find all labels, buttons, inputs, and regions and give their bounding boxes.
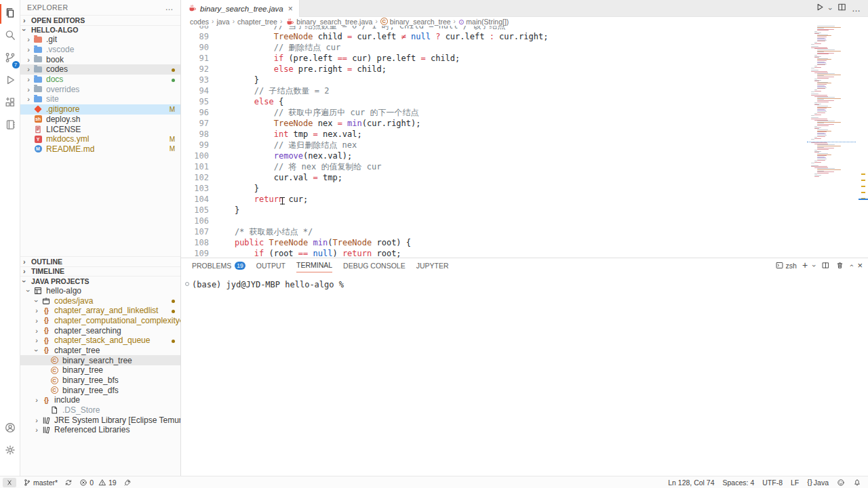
maximize-panel-icon[interactable]: › <box>850 262 852 270</box>
kill-terminal-icon[interactable] <box>835 261 844 270</box>
activitybar-account[interactable] <box>0 418 20 440</box>
split-editor-icon[interactable] <box>837 2 847 15</box>
status-encoding[interactable]: UTF-8 <box>762 479 783 487</box>
code-line-92: 92 else pre.right = child; <box>181 64 548 75</box>
tree-item-.gitignore[interactable]: .gitignoreM <box>20 104 180 115</box>
tree-item-binary_search_tree[interactable]: Cbinary_search_tree <box>20 355 180 365</box>
more-actions-icon[interactable]: … <box>852 2 861 14</box>
tree-item-chapter_tree[interactable]: ›{}chapter_tree <box>20 346 180 356</box>
activitybar-source-control[interactable]: 7 <box>0 47 20 70</box>
tree-item-binary_tree_dfs[interactable]: Cbinary_tree_dfs <box>20 385 180 395</box>
run-icon[interactable] <box>814 2 825 15</box>
status-sync[interactable] <box>64 479 73 487</box>
vscode-window: 7 EXPLORER … › OPEN EDITORS › HELLO-ALGO… <box>0 0 868 488</box>
tree-item-hello-algo[interactable]: ›hello-algo <box>20 286 180 296</box>
terminal-dropdown-icon[interactable]: › <box>813 262 816 270</box>
git-status-badge: M <box>170 106 175 113</box>
close-tab-icon[interactable]: × <box>288 4 293 14</box>
tree-item-.git[interactable]: ›.git <box>20 35 180 45</box>
chevron-right-icon: › <box>23 267 26 275</box>
tree-item-readme.md[interactable]: MREADME.mdM <box>20 144 180 155</box>
status-indentation[interactable]: Spaces: 4 <box>723 479 755 487</box>
tree-item-jresystemlibraryeclipsetemurin1717....[interactable]: ›JRE System Library [Eclipse Temurin 17 … <box>20 415 180 425</box>
line-number: 104 <box>181 194 209 205</box>
tree-item-codesjava[interactable]: ›codes/java <box>20 296 180 306</box>
terminal-shell[interactable]: zsh <box>775 261 797 270</box>
tree-item-referencedlibraries[interactable]: ›Referenced Libraries <box>20 425 180 435</box>
status-java-lightweight-mode[interactable] <box>123 479 132 487</box>
tree-item-.ds_store[interactable]: .DS_Store <box>20 405 180 415</box>
activitybar-settings[interactable] <box>0 440 20 462</box>
open-editors-header[interactable]: › OPEN EDITORS <box>20 15 180 25</box>
code-text: // 递归删除结点 nex <box>209 140 357 150</box>
panel-tab-output[interactable]: OUTPUT <box>256 258 285 272</box>
tree-item-chapter_stack_and_queue[interactable]: ›{}chapter_stack_and_queue <box>20 336 180 346</box>
tree-item-mkdocs.yml[interactable]: Ymkdocs.ymlM <box>20 134 180 144</box>
breadcrumb-item[interactable]: codes <box>190 18 209 26</box>
panel-tab-terminal[interactable]: TERMINAL <box>296 258 332 272</box>
split-terminal-icon[interactable] <box>821 261 830 270</box>
code-text: // 获取中序遍历中 cur 的下一个结点 <box>209 107 419 118</box>
error-icon <box>79 479 87 487</box>
breadcrumb-item[interactable]: chapter_tree <box>237 18 277 26</box>
line-number: 95 <box>181 96 209 107</box>
status-feedback[interactable] <box>837 479 845 487</box>
tree-item-license[interactable]: LICENSE <box>20 124 180 134</box>
breadcrumb-item[interactable]: ⊙main(String[]) <box>458 18 509 26</box>
activitybar-search[interactable] <box>0 25 20 47</box>
tree-item-chapter_searching[interactable]: ›{}chapter_searching <box>20 325 180 336</box>
status-label: 0 <box>90 479 94 487</box>
activitybar-explorer[interactable] <box>0 3 20 25</box>
tree-item-site[interactable]: ›site <box>20 94 180 104</box>
panel-tab-label: DEBUG CONSOLE <box>343 262 406 270</box>
activitybar-extensions[interactable] <box>0 92 20 115</box>
breadcrumb-item[interactable]: binary_search_tree.java <box>285 17 372 26</box>
root-folder-header[interactable]: › HELLO-ALGO <box>20 25 180 35</box>
tab-binary-search-tree[interactable]: binary_search_tree.java × <box>181 0 300 17</box>
chev-down-icon: › <box>813 262 816 270</box>
breadcrumb-item[interactable]: java <box>216 18 229 26</box>
run-dropdown-icon[interactable]: › <box>829 2 832 14</box>
panel-tab-problems[interactable]: PROBLEMS19 <box>192 258 245 272</box>
panel-tab-debug-console[interactable]: DEBUG CONSOLE <box>343 258 406 272</box>
breadcrumb-item[interactable]: Cbinary_search_tree <box>380 18 451 26</box>
code-text: if (root == null) return root; <box>209 248 401 258</box>
status-problems[interactable]: 019 <box>79 479 117 487</box>
tree-item-docs[interactable]: ›docs <box>20 75 180 85</box>
timeline-header[interactable]: › TIMELINE <box>20 266 180 277</box>
panel-tab-jupyter[interactable]: JUPYTER <box>416 258 449 272</box>
code-line-101: 101 // 将 nex 的值复制给 cur <box>181 161 548 172</box>
status-remote-indicator[interactable] <box>3 478 16 487</box>
tree-item-deploy.sh[interactable]: shdeploy.sh <box>20 115 180 125</box>
terminal[interactable]: (base) jyd@JYD-MBP hello-algo % <box>181 272 868 289</box>
activitybar-notebook[interactable] <box>0 115 20 137</box>
close-panel-icon[interactable]: × <box>857 262 863 269</box>
status-notifications[interactable] <box>853 479 861 487</box>
java-projects-header[interactable]: › JAVA PROJECTS <box>20 276 180 286</box>
code-text: } <box>209 183 259 194</box>
bottom-panel: PROBLEMS19OUTPUTTERMINALDEBUG CONSOLEJUP… <box>181 258 868 476</box>
status-git-branch[interactable]: master* <box>23 479 58 487</box>
status-language-mode[interactable]: { }Java <box>807 479 829 487</box>
more-actions-icon[interactable]: … <box>165 3 174 12</box>
code-text: else pre.right = child; <box>209 64 387 75</box>
line-number: 99 <box>181 140 209 150</box>
minimap[interactable] <box>807 26 856 258</box>
tree-item-include[interactable]: ›{}include <box>20 395 180 405</box>
code-area[interactable]: 88 // 当子结点数量 = 0 / 1 时, child = null / 该… <box>181 26 868 258</box>
new-terminal-icon[interactable]: + <box>802 262 808 269</box>
activitybar-run-and-debug[interactable] <box>0 70 20 92</box>
tree-item-binary_tree_bfs[interactable]: Cbinary_tree_bfs <box>20 375 180 386</box>
outline-header[interactable]: › OUTLINE <box>20 256 180 266</box>
tree-item-chapter_computational_complexity[interactable]: ›{}chapter_computational_complexity <box>20 316 180 326</box>
status-cursor-position[interactable]: Ln 128, Col 74 <box>668 479 714 487</box>
code-line-107: 107 /* 获取最小结点 */ <box>181 226 548 237</box>
tree-item-binary_tree[interactable]: Cbinary_tree <box>20 365 180 375</box>
tree-item-codes[interactable]: ›codes <box>20 64 180 75</box>
tree-item-.vscode[interactable]: ›.vscode <box>20 45 180 55</box>
tree-item-overrides[interactable]: ›overrides <box>20 84 180 94</box>
status-eol[interactable]: LF <box>791 479 799 487</box>
tree-item-book[interactable]: ›book <box>20 54 180 64</box>
sync-icon <box>64 479 73 487</box>
tree-item-chapter_array_and_linkedlist[interactable]: ›{}chapter_array_and_linkedlist <box>20 306 180 316</box>
